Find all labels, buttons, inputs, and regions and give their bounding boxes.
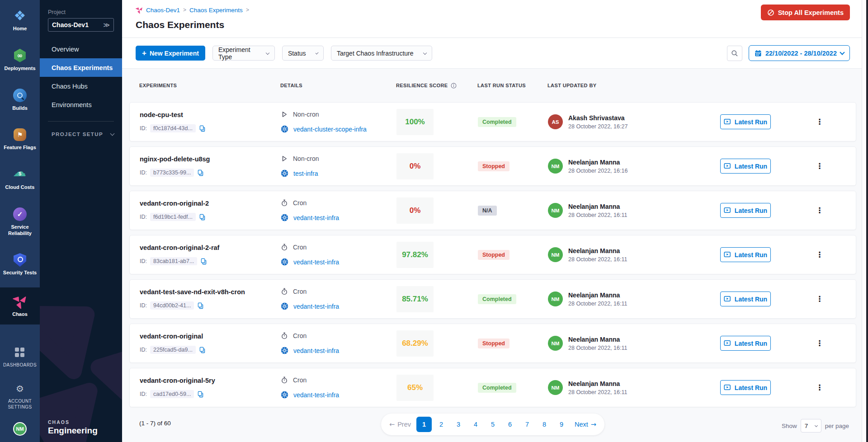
kebab-menu-icon[interactable]: ⋮ [811,160,828,172]
nav-item-environments[interactable]: Environments [40,95,122,114]
copy-id-button[interactable] [199,125,206,132]
resilience-score: 0% [396,153,434,179]
latest-run-icon [724,384,731,391]
next-label: Next [575,421,588,428]
latest-run-button[interactable]: Latest Run [720,380,771,395]
infrastructure-link[interactable]: vedant-test-infra [293,214,339,221]
schedule-line: Cron [281,332,396,339]
page-button-6[interactable]: 6 [502,417,518,432]
module-cloud-costs[interactable]: ☁$ Cloud Costs [0,162,40,196]
date-range-picker[interactable]: 22/10/2022 - 28/10/2022 [749,45,850,61]
schedule-type: Cron [293,332,307,339]
chevron-down-icon [110,131,115,136]
next-page-button[interactable]: Next → [571,417,600,432]
target-infrastructure-filter[interactable]: Target Chaos Infrastructure [331,46,432,61]
latest-run-button[interactable]: Latest Run [720,292,771,306]
project-selector[interactable]: Chaos-Dev1 ≫ [48,18,114,32]
info-icon[interactable] [451,83,457,89]
scrollbar-thumb[interactable] [866,0,868,442]
nav-item-chaos-hubs[interactable]: Chaos Hubs [40,77,122,95]
module-rail: ❖ Home ∞ Deployments Builds ⚑ Feature Fl… [0,0,40,442]
module-label: ACCOUNT SETTINGS [5,399,34,410]
latest-run-button[interactable]: Latest Run [720,336,771,351]
experiment-row[interactable]: vedant-cron-original-5ry ID: cad17ed0-59… [129,368,856,407]
experiments-table: EXPERIMENTS DETAILS RESILIENCE SCORE LAS… [122,69,862,442]
brand: CHAOS Engineering [48,419,98,436]
schedule-line: Cron [281,288,396,295]
infrastructure-link[interactable]: vedant-test-infra [293,391,339,399]
experiment-row[interactable]: node-cpu-test ID: f0c187d4-43d... [129,102,856,141]
experiment-row[interactable]: vedant-cron-original-2-raf ID: 83cab181-… [129,235,856,274]
details-cell: Cron vedant-test-infra [281,332,396,354]
module-service-reliability[interactable]: ✓ Service Reliability [0,202,40,242]
copy-icon [197,169,204,176]
column-experiments: EXPERIMENTS [139,83,280,88]
status-filter[interactable]: Status [282,46,324,61]
kebab-menu-icon[interactable]: ⋮ [811,293,828,305]
latest-run-button[interactable]: Latest Run [720,159,771,174]
experiment-row[interactable]: vedant-cron-original ID: 225fcad5-da9... [129,324,856,363]
arrow-left-icon: ← [389,421,395,428]
module-home[interactable]: ❖ Home [0,4,40,37]
latest-run-button[interactable]: Latest Run [720,247,771,262]
kubernetes-infra-icon [281,258,288,266]
copy-id-button[interactable] [197,302,204,309]
page-button-9[interactable]: 9 [554,417,569,432]
module-builds[interactable]: Builds [0,83,40,117]
infrastructure-link[interactable]: vedant-test-infra [293,303,339,310]
id-label: ID: [140,347,147,353]
new-experiment-button[interactable]: + New Experiment [136,46,205,61]
module-label: Deployments [4,66,35,72]
infrastructure-link[interactable]: test-infra [293,170,318,177]
copy-id-button[interactable] [197,391,204,398]
copy-id-button[interactable] [199,214,206,221]
scrollbar-track[interactable] [862,0,868,442]
copy-id-button[interactable] [199,347,206,353]
experiment-type-filter[interactable]: Experiment Type [212,46,275,61]
stop-all-experiments-button[interactable]: Stop All Experiments [761,5,850,20]
experiment-row[interactable]: vedant-test-save-nd-exit-v8h-cron ID: 94… [129,279,856,319]
expand-projects-icon[interactable]: ≫ [103,21,110,28]
updated-date: 28 October 2022, 16:27 [568,123,627,130]
page-button-8[interactable]: 8 [537,417,552,432]
infrastructure-link[interactable]: vedant-cluster-scope-infra [293,126,367,133]
nav-item-chaos-experiments[interactable]: Chaos Experiments [40,58,122,77]
prev-page-button[interactable]: ← Prev [386,417,415,432]
module-chaos[interactable]: Chaos [0,287,40,324]
breadcrumb-project-link[interactable]: Chaos-Dev1 [146,7,180,14]
kebab-menu-icon[interactable]: ⋮ [811,205,828,216]
details-cell: Non-cron test-infra [281,155,396,177]
user-cell: NM Neelanjan Manna 28 October 2022, 16:1… [548,159,720,174]
latest-run-button[interactable]: Latest Run [720,114,771,129]
project-setup-toggle[interactable]: PROJECT SETUP [40,132,122,137]
avatar-initials: NM [16,426,24,432]
kebab-menu-icon[interactable]: ⋮ [811,249,828,260]
page-button-1[interactable]: 1 [416,417,432,432]
score-cell: 68.29% [396,330,478,357]
user-avatar[interactable]: NM [13,422,27,436]
module-security-tests[interactable]: Security Tests [0,248,40,281]
module-feature-flags[interactable]: ⚑ Feature Flags [0,122,40,156]
experiment-row[interactable]: vedant-cron-original-2 ID: f6d19bc1-fedf… [129,191,856,230]
infrastructure-link[interactable]: vedant-test-infra [293,259,339,266]
kebab-menu-icon[interactable]: ⋮ [811,116,828,127]
copy-id-button[interactable] [197,169,204,176]
page-button-7[interactable]: 7 [519,417,535,432]
search-button[interactable] [727,46,742,61]
module-account-settings[interactable]: ⚙ ACCOUNT SETTINGS [0,376,40,415]
infrastructure-link[interactable]: vedant-test-infra [293,347,339,354]
latest-run-button[interactable]: Latest Run [720,203,771,218]
page-button-4[interactable]: 4 [468,417,483,432]
module-deployments[interactable]: ∞ Deployments [0,43,40,77]
kebab-menu-icon[interactable]: ⋮ [811,382,828,393]
experiment-row[interactable]: nginx-pod-delete-u8sg ID: b773c335-99... [129,146,856,186]
module-dashboards[interactable]: DASHBOARDS [0,340,40,373]
page-size-select[interactable]: 7 [801,419,821,433]
breadcrumb-experiments-link[interactable]: Chaos Experiments [189,7,243,14]
nav-item-overview[interactable]: Overview [40,40,122,58]
page-button-5[interactable]: 5 [485,417,500,432]
copy-id-button[interactable] [200,258,207,265]
page-button-2[interactable]: 2 [434,417,449,432]
kebab-menu-icon[interactable]: ⋮ [811,338,828,349]
page-button-3[interactable]: 3 [451,417,466,432]
